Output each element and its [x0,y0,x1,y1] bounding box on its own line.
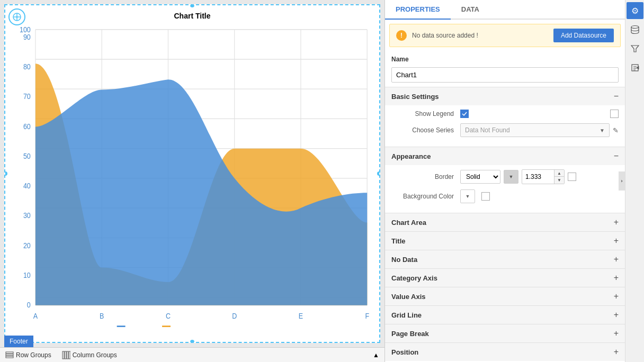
series-placeholder: Data Not Found [465,126,510,134]
panel-collapse-chevron[interactable]: › [619,171,625,191]
row-groups-item[interactable]: Row Groups [5,351,51,359]
border-controls: Solid Dashed Dotted ▼ ▲ ▼ [460,169,576,184]
svg-point-3 [16,16,18,18]
collapsible-section-page-break: Page Break + [385,324,625,342]
bg-color-label: Background Color [391,193,460,200]
row-groups-icon [5,351,14,359]
bg-color-checkbox[interactable] [481,192,490,201]
section-label: Chart Area [391,219,426,227]
collapsible-section-value-axis: Value Axis + [385,287,625,305]
svg-rect-39 [6,354,13,356]
chart-title: Chart Title [5,5,379,22]
svg-text:20: 20 [23,240,31,249]
collapsible-section-no-data: No Data + [385,250,625,268]
column-groups-icon [62,351,70,359]
section-header-title[interactable]: Title + [385,232,625,250]
svg-text:80: 80 [23,62,31,71]
sidebar-filter-icon[interactable] [627,40,643,57]
svg-rect-43 [67,351,68,359]
section-label: Grid Line [391,311,422,319]
datasource-alert: ! No data source added ! Add Datasource [389,24,621,47]
appearance-header[interactable]: Appearance − [385,147,625,165]
show-legend-label: Show Legend [391,110,460,117]
section-header-category-axis[interactable]: Category Axis + [385,269,625,287]
section-header-value-axis[interactable]: Value Axis + [385,287,625,305]
bg-color-controls: ▼ [460,189,490,203]
collapsible-section-title: Title + [385,231,625,250]
svg-text:0: 0 [27,300,31,309]
sidebar-edit-icon[interactable] [627,59,643,76]
border-color-swatch[interactable]: ▼ [504,170,518,184]
sidebar-icon-panel: › ⚙ [625,0,644,362]
svg-rect-41 [62,351,64,359]
tab-data[interactable]: DATA [451,0,490,20]
collapsible-section-category-axis: Category Axis + [385,268,625,287]
svg-rect-40 [6,356,13,358]
svg-text:B: B [100,311,104,320]
section-header-grid-line[interactable]: Grid Line + [385,306,625,324]
svg-text:60: 60 [23,121,31,130]
legend-series2-color [162,325,171,327]
svg-rect-42 [65,351,66,359]
section-header-position[interactable]: Position + [385,343,625,361]
chart-move-handle[interactable] [8,8,25,25]
basic-settings-collapse-icon: − [614,92,619,101]
right-panel: PROPERTIES DATA ! No data source added !… [384,0,644,362]
section-header-chart-area[interactable]: Chart Area + [385,213,625,231]
choose-series-row: Choose Series Data Not Found ▼ ✎ [391,123,619,137]
section-expand-icon: + [614,255,619,264]
legend-series2-label: Series 2 [173,325,200,327]
chart-editor-panel: Chart Title [0,0,384,362]
section-header-page-break[interactable]: Page Break + [385,324,625,342]
collapsible-sections: Chart Area + Title + No Data + Category … [385,213,625,361]
section-label: Category Axis [391,274,437,282]
basic-settings-label: Basic Settings [391,93,439,101]
sidebar-database-icon[interactable] [627,21,643,38]
svg-text:100: 100 [20,25,31,34]
resize-handle-bottom[interactable] [190,340,194,343]
show-legend-checkbox[interactable] [460,110,469,118]
appearance-label: Appearance [391,152,431,160]
toolbar-chevron-up[interactable]: ▲ [373,351,379,359]
column-groups-item[interactable]: Column Groups [62,351,117,359]
basic-settings-content: Show Legend Choose Series Data Not Found… [385,105,625,147]
border-width-down[interactable]: ▼ [554,177,564,184]
tab-properties[interactable]: PROPERTIES [385,0,451,20]
border-checkbox[interactable] [568,173,576,181]
bg-color-swatch[interactable]: ▼ [460,189,475,203]
name-section-label: Name [385,51,625,65]
chart-container[interactable]: Chart Title [4,4,380,343]
svg-text:50: 50 [23,151,31,160]
collapsible-section-position: Position + [385,342,625,361]
svg-text:A: A [33,311,38,320]
border-label: Border [391,173,460,180]
border-width-spinners: ▲ ▼ [554,170,564,184]
series-select[interactable]: Data Not Found ▼ [460,123,610,137]
row-groups-label: Row Groups [16,351,51,359]
section-expand-icon: + [614,329,619,338]
svg-rect-44 [69,351,70,359]
series-edit-icon[interactable]: ✎ [613,126,619,134]
choose-series-label: Choose Series [391,126,460,134]
section-header-no-data[interactable]: No Data + [385,250,625,268]
border-style-select[interactable]: Solid Dashed Dotted [460,170,500,184]
panel-tabs: PROPERTIES DATA [385,0,625,20]
section-label: Page Break [391,330,429,338]
svg-text:F: F [365,311,369,320]
add-datasource-button[interactable]: Add Datasource [553,29,614,42]
section-label: Value Axis [391,293,426,301]
appearance-collapse-icon: − [614,151,619,161]
bottom-toolbar: Row Groups Column Groups ▲ [0,347,384,362]
show-legend-extra-checkbox[interactable] [610,110,619,118]
border-width-input[interactable] [522,171,554,183]
alert-message: No data source added ! [412,32,548,39]
border-width-up[interactable]: ▲ [554,170,564,177]
sidebar-settings-icon[interactable]: ⚙ [627,2,643,19]
svg-text:70: 70 [23,92,31,101]
basic-settings-header[interactable]: Basic Settings − [385,87,625,105]
svg-marker-46 [631,46,639,52]
legend-series1-label: Series 1 [128,325,154,327]
name-input[interactable] [391,67,619,83]
footer-label: Footer [4,336,33,347]
section-expand-icon: + [614,236,619,246]
